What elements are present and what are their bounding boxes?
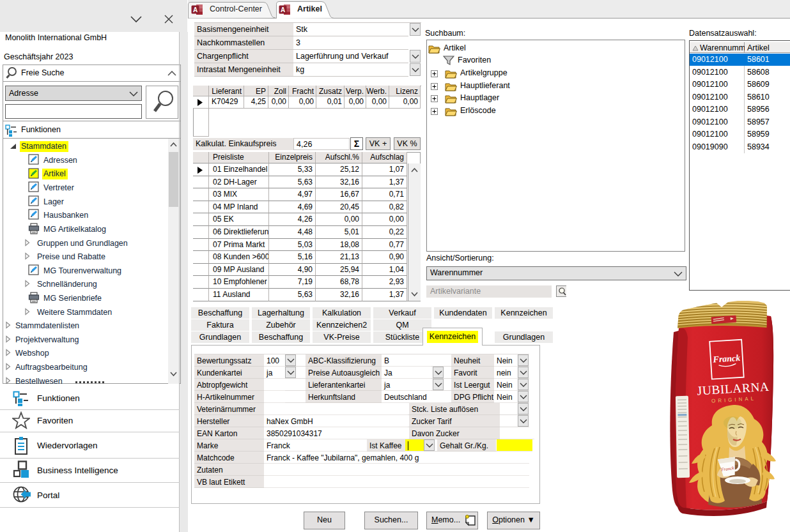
svg-text:Franck: Franck: [712, 353, 741, 365]
svg-text:A: A: [281, 6, 285, 13]
svg-text:A: A: [193, 6, 198, 13]
